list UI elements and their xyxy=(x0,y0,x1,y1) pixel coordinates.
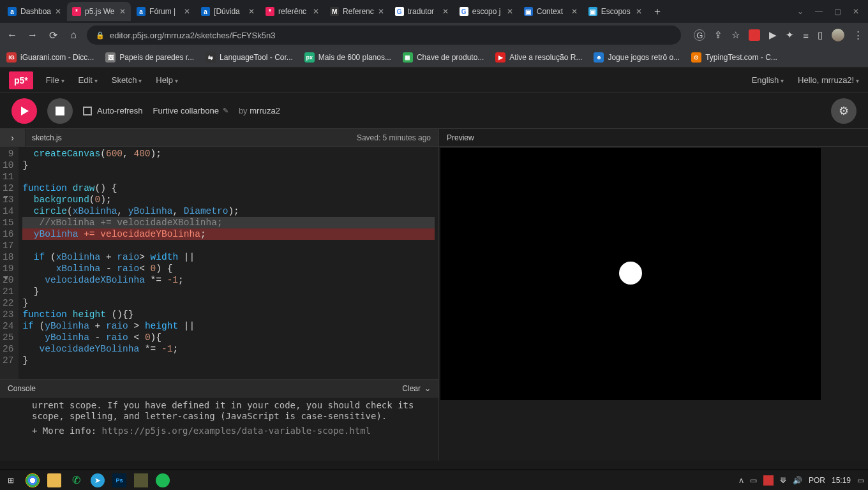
battery-icon[interactable]: ▭ xyxy=(750,476,757,485)
spotify-icon[interactable] xyxy=(156,473,170,487)
bookmark-item[interactable]: ☻Jogue jogos retrô o... xyxy=(594,52,680,63)
clock[interactable]: 15:19 xyxy=(832,476,851,485)
console-more-info: + More info: https://p5js.org/examples/d… xyxy=(32,426,431,436)
tab-close-icon[interactable]: ✕ xyxy=(636,7,642,16)
window-controls: ⌄ ― ▢ ✕ xyxy=(797,7,865,16)
browser-tab[interactable]: ▣Context✕ xyxy=(519,2,583,21)
code-editor[interactable]: 9101112131415161718192021222324252627 cr… xyxy=(0,147,438,379)
bookmark-item[interactable]: pxMais de 600 planos... xyxy=(304,52,391,63)
svg-marker-0 xyxy=(21,107,29,115)
chevron-down-icon: ⌄ xyxy=(424,384,431,393)
by-user[interactable]: mrruza2 xyxy=(250,106,280,115)
profile-avatar-icon[interactable] xyxy=(832,29,844,41)
browser-tab[interactable]: Gescopo j✕ xyxy=(454,2,518,21)
settings-button[interactable]: ⚙ xyxy=(831,98,857,124)
home-button[interactable]: ⌂ xyxy=(66,29,80,41)
whatsapp-icon[interactable]: ✆ xyxy=(69,473,83,487)
editor-pane: › sketch.js Saved: 5 minutes ago 9101112… xyxy=(0,129,439,461)
forward-button[interactable]: → xyxy=(26,29,40,41)
tab-close-icon[interactable]: ✕ xyxy=(119,7,126,16)
console-output[interactable]: urrent scope. If you have defined it in … xyxy=(0,397,438,461)
preview-pane: Preview xyxy=(439,129,868,461)
star-icon[interactable]: ☆ xyxy=(731,29,740,41)
volume-icon[interactable]: 🔊 xyxy=(793,476,802,485)
chevron-down-icon[interactable]: ⌄ xyxy=(797,7,804,16)
preview-header: Preview xyxy=(439,129,868,147)
pencil-icon[interactable]: ✎ xyxy=(223,107,228,115)
saved-status: Saved: 5 minutes ago xyxy=(357,133,438,142)
media-icon[interactable]: ▶ xyxy=(769,29,777,41)
sketch-name[interactable]: Furtive collarbone xyxy=(153,106,219,115)
bookmark-item[interactable]: ▶Ative a resolução R... xyxy=(495,52,582,63)
tab-close-icon[interactable]: ✕ xyxy=(571,7,578,16)
console-link[interactable]: https://p5js.org/examples/data-variable-… xyxy=(102,426,371,436)
preview-label: Preview xyxy=(447,133,474,142)
console-header: Console Clear ⌄ xyxy=(0,379,438,397)
minimize-icon[interactable]: ― xyxy=(815,7,823,16)
reload-button[interactable]: ⟳ xyxy=(46,29,60,41)
browser-tab[interactable]: aFórum |✕ xyxy=(131,2,195,21)
security-icon[interactable] xyxy=(763,475,774,486)
share-icon[interactable]: ⇪ xyxy=(714,29,722,41)
tab-close-icon[interactable]: ✕ xyxy=(313,7,319,16)
tray-expand-icon[interactable]: ʌ xyxy=(739,476,744,485)
browser-tab[interactable]: a[Dúvida✕ xyxy=(196,2,260,21)
menu-file[interactable]: File xyxy=(46,75,64,85)
browser-tab[interactable]: aDashboa✕ xyxy=(3,2,66,21)
console-label: Console xyxy=(8,384,36,393)
console-message: urrent scope. If you have defined it in … xyxy=(32,400,431,422)
menu-edit[interactable]: Edit xyxy=(79,75,98,85)
p5-logo[interactable]: p5* xyxy=(9,71,33,89)
reading-list-icon[interactable]: ≡ xyxy=(803,30,809,41)
address-bar: ← → ⟳ ⌂ 🔒 editor.p5js.org/mrruza2/sketch… xyxy=(0,23,868,47)
photoshop-icon[interactable]: Ps xyxy=(112,473,126,487)
file-tab[interactable]: sketch.js xyxy=(32,133,62,142)
browser-tab[interactable]: Gtradutor✕ xyxy=(390,2,454,21)
maximize-icon[interactable]: ▢ xyxy=(834,7,841,16)
bookmark-item[interactable]: 🖼Papeis de paredes r... xyxy=(105,52,194,63)
tab-close-icon[interactable]: ✕ xyxy=(507,7,513,16)
tab-close-icon[interactable]: ✕ xyxy=(55,7,61,16)
bookmark-item[interactable]: iGiGuarani.com - Dicc... xyxy=(6,52,94,63)
p5-menubar: p5* FileEditSketchHelp English Hello, mr… xyxy=(0,68,868,93)
app-icon[interactable] xyxy=(134,473,148,487)
url-field[interactable]: 🔒 editor.p5js.org/mrruza2/sketches/FcFYS… xyxy=(87,26,681,45)
explorer-icon[interactable] xyxy=(47,473,61,487)
bookmark-item[interactable]: ▦Chave de produto... xyxy=(403,52,484,63)
translate-icon[interactable]: G xyxy=(694,29,705,41)
menu-icon[interactable]: ⋮ xyxy=(853,29,863,41)
checkbox-icon[interactable] xyxy=(83,107,92,115)
new-tab-button[interactable]: ＋ xyxy=(647,5,668,19)
user-menu[interactable]: Hello, mrruza2! xyxy=(798,75,859,85)
wifi-icon[interactable]: ⟱ xyxy=(780,476,786,485)
stop-button[interactable] xyxy=(47,98,73,124)
language-indicator[interactable]: POR xyxy=(809,476,825,485)
tab-close-icon[interactable]: ✕ xyxy=(378,7,384,16)
play-button[interactable] xyxy=(11,98,37,124)
chrome-icon[interactable] xyxy=(26,473,40,487)
bookmark-item[interactable]: ⇆LanguageTool - Cor... xyxy=(206,52,293,63)
close-icon[interactable]: ✕ xyxy=(853,7,859,16)
tab-close-icon[interactable]: ✕ xyxy=(442,7,449,16)
browser-tab[interactable]: ▣Escopos✕ xyxy=(583,2,647,21)
start-button[interactable]: ⊞ xyxy=(4,473,18,487)
back-button[interactable]: ← xyxy=(5,29,19,41)
extensions-icon[interactable]: ✦ xyxy=(786,29,794,41)
ball-shape xyxy=(619,262,642,285)
side-panel-icon[interactable]: ▯ xyxy=(818,29,823,41)
tab-close-icon[interactable]: ✕ xyxy=(184,7,190,16)
menu-sketch[interactable]: Sketch xyxy=(112,75,142,85)
auto-refresh-toggle[interactable]: Auto-refresh xyxy=(83,106,143,115)
language-selector[interactable]: English xyxy=(752,75,784,85)
bookmark-item[interactable]: ⊙TypingTest.com - C... xyxy=(691,52,777,63)
extension-icon[interactable] xyxy=(749,29,760,41)
browser-tab[interactable]: *referênc✕ xyxy=(260,2,324,21)
menu-help[interactable]: Help xyxy=(156,75,178,85)
browser-tab[interactable]: MReferenc✕ xyxy=(325,2,389,21)
sidebar-toggle-button[interactable]: › xyxy=(0,129,26,147)
tab-close-icon[interactable]: ✕ xyxy=(248,7,255,16)
clear-console-button[interactable]: Clear ⌄ xyxy=(402,384,431,393)
browser-tab[interactable]: *p5.js We✕ xyxy=(67,2,131,21)
telegram-icon[interactable]: ➤ xyxy=(91,473,105,487)
notifications-icon[interactable]: ▭ xyxy=(857,476,864,485)
